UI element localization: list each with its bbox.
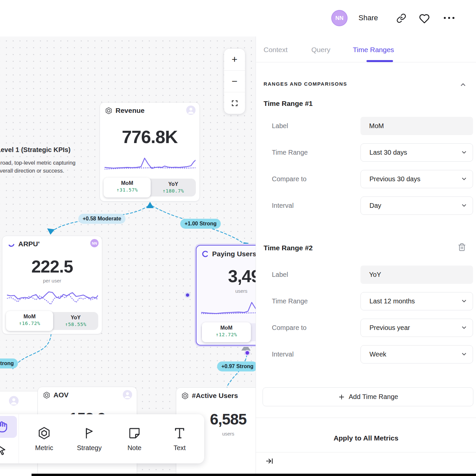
correlation-badge[interactable]: +0.97 Strong [217, 361, 258, 371]
time-range-1-title: Time Range #1 [264, 100, 313, 108]
label-input[interactable]: YoY [360, 266, 473, 284]
correlation-badge[interactable]: +1.00 Strong [180, 219, 221, 229]
field-label: Time Range [272, 149, 308, 156]
toggle-value: ↑31.57% [104, 187, 151, 193]
select-tool-button[interactable] [0, 439, 17, 461]
zoom-in-button[interactable]: + [224, 49, 245, 70]
avatar-nn-badge: NN [90, 239, 99, 247]
card-title: AOV [53, 391, 69, 399]
arrowhead-into-arpu [47, 228, 55, 235]
compare-to-select[interactable]: Previous year [360, 319, 473, 337]
field-label: Interval [272, 202, 294, 209]
divider [256, 418, 476, 418]
select-value: Last 12 months [369, 297, 415, 305]
tool-label: Text [174, 444, 186, 452]
correlation-badge[interactable]: +0.58 Moderate [78, 214, 125, 224]
edge-arpu-down [12, 334, 51, 370]
metric-tree-canvas[interactable]: +0.58 Moderate +1.00 Strong +0.97 Strong… [0, 37, 256, 476]
app-window: +0.58 Moderate +1.00 Strong +0.97 Strong… [0, 0, 476, 476]
favorite-heart-icon[interactable] [419, 13, 430, 24]
cursor-icon [0, 444, 8, 455]
share-button[interactable]: Share [358, 14, 378, 22]
collapse-panel-icon[interactable] [265, 457, 274, 465]
more-options-button[interactable] [444, 17, 454, 19]
toggle-label: MoM [6, 314, 53, 320]
fit-screen-button[interactable] [224, 92, 245, 114]
metric-value: 776.8K [100, 126, 199, 147]
label-input[interactable]: MoM [360, 117, 473, 135]
note-tool-button[interactable]: Note [112, 414, 157, 463]
metric-hexagon-icon [43, 391, 50, 399]
chevron-down-icon [461, 351, 467, 357]
comparison-toggle: MoM ↑16.72% YoY ↑58.55% [7, 312, 98, 330]
tab-context[interactable]: Context [264, 46, 287, 54]
inspector-panel: Context Query Time Ranges RANGES AND COM… [256, 37, 476, 476]
sparkline [7, 287, 98, 307]
metric-unit: per user [2, 278, 102, 283]
copy-link-icon[interactable] [396, 13, 406, 23]
select-value: Week [369, 351, 386, 358]
zoom-out-button[interactable]: − [224, 70, 245, 92]
chevron-down-icon [461, 298, 467, 304]
group-note-body: Broad, top-level metric capturing overal… [0, 159, 86, 175]
toggle-value: ↑16.72% [6, 321, 53, 326]
toggle-value: ↑58.55% [53, 322, 98, 327]
chevron-down-icon [461, 324, 467, 331]
interval-select[interactable]: Week [360, 345, 473, 363]
toolbar-select-tools [0, 414, 19, 463]
toggle-yoy[interactable]: YoY ↑180.7% [151, 179, 196, 197]
toggle-label: YoY [53, 315, 98, 321]
toggle-mom[interactable]: MoM ↑12.72% [202, 322, 251, 342]
pan-tool-button[interactable] [0, 416, 17, 438]
text-icon [173, 426, 187, 440]
card-title: #Active Users [192, 392, 238, 400]
section-header[interactable]: RANGES AND COMPARISONS [264, 81, 347, 87]
field-label: Compare to [272, 324, 307, 332]
top-header: NN Share [0, 0, 476, 37]
avatar [9, 396, 19, 406]
group-note-title: Level 1 (Strategic KPIs) [0, 146, 86, 154]
toggle-label: MoM [202, 325, 251, 331]
hand-icon [0, 421, 8, 433]
user-avatar[interactable]: NN [331, 10, 348, 26]
fullscreen-icon [231, 100, 238, 107]
strategy-tool-button[interactable]: Strategy [67, 414, 112, 463]
field-label: Label [272, 271, 288, 278]
flag-icon [82, 426, 96, 440]
text-tool-button[interactable]: Text [157, 414, 202, 463]
edge-handle-dot [246, 351, 249, 355]
tab-query[interactable]: Query [311, 46, 330, 54]
add-time-range-label: Add Time Range [349, 393, 398, 401]
time-range-select[interactable]: Last 12 months [360, 292, 473, 310]
panel-tabs: Context Query Time Ranges [256, 37, 476, 62]
loading-spinner-icon [7, 240, 15, 248]
toggle-value: ↑180.7% [151, 188, 196, 194]
plus-icon [338, 393, 345, 401]
metric-tool-button[interactable]: Metric [22, 414, 67, 463]
add-time-range-button[interactable]: Add Time Range [263, 387, 473, 406]
metric-value: 222.5 [2, 257, 102, 277]
compare-to-select[interactable]: Previous 30 days [360, 170, 473, 188]
field-label: Time Range [272, 297, 308, 305]
toggle-value: ↑12.72% [202, 332, 251, 337]
note-icon [127, 426, 141, 440]
chevron-up-icon[interactable] [459, 81, 467, 88]
toggle-mom[interactable]: MoM ↑16.72% [6, 311, 53, 331]
metric-card-revenue[interactable]: Revenue 776.8K MoM ↑31.57% YoY ↑180.7% [100, 102, 200, 201]
interval-select[interactable]: Day [360, 197, 473, 215]
correlation-badge[interactable]: +0.66 Strong [0, 358, 18, 368]
toggle-mom[interactable]: MoM ↑31.57% [104, 178, 151, 198]
toggle-yoy[interactable]: YoY ↑58.55% [53, 312, 98, 330]
delete-time-range-icon[interactable] [458, 243, 466, 251]
metric-hexagon-icon [37, 426, 51, 440]
canvas-toolbar: Metric Strategy Note Text [0, 414, 204, 463]
label-input-value: MoM [369, 122, 384, 130]
card-handle-dot [186, 293, 189, 297]
label-input-value: YoY [369, 271, 381, 278]
time-range-select[interactable]: Last 30 days [360, 143, 473, 162]
apply-to-all-metrics-button[interactable]: Apply to All Metrics [256, 434, 476, 442]
metric-card-arpu[interactable]: ARPU' NN 222.5 per user MoM ↑16.72% YoY … [2, 236, 102, 334]
tool-label: Note [127, 444, 141, 452]
toggle-label: YoY [151, 181, 196, 187]
tab-time-ranges[interactable]: Time Ranges [353, 46, 394, 54]
